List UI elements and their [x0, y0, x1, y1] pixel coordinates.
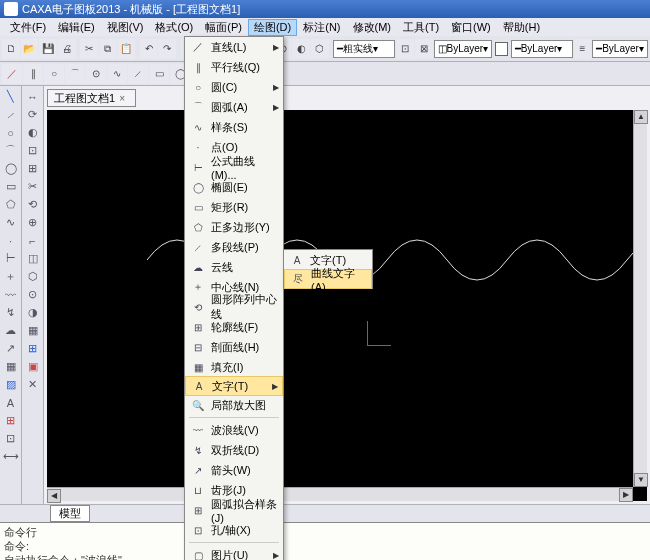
- draw-parallel-icon[interactable]: ∥: [23, 64, 43, 84]
- close-tab-icon[interactable]: ×: [119, 93, 129, 103]
- lt-poly-icon[interactable]: ⬠: [2, 196, 20, 213]
- menu-modify[interactable]: 修改(M): [347, 19, 398, 36]
- undo-icon[interactable]: ↶: [140, 39, 158, 59]
- print-icon[interactable]: 🖨: [58, 39, 76, 59]
- menu-item[interactable]: ☁云线: [185, 257, 283, 277]
- layer-bylayer-1[interactable]: ◫ ByLayer ▾: [434, 40, 493, 58]
- menu-item[interactable]: ⊞轮廓线(F): [185, 317, 283, 337]
- lt-rect-icon[interactable]: ▭: [2, 178, 20, 195]
- lt-break-icon[interactable]: ↯: [2, 304, 20, 321]
- tool-icon-8[interactable]: ⬡: [311, 39, 329, 59]
- redo-icon[interactable]: ↷: [158, 39, 176, 59]
- menu-item[interactable]: A文字(T)▶: [185, 376, 283, 396]
- paste-icon[interactable]: 📋: [117, 39, 135, 59]
- draw-spline-icon[interactable]: ∿: [107, 64, 127, 84]
- menu-item[interactable]: ∥平行线(Q): [185, 57, 283, 77]
- lt2-icon-5[interactable]: ⊞: [24, 160, 42, 177]
- layer-icon-2[interactable]: ⊠: [415, 39, 433, 59]
- lt-dim-icon[interactable]: ⟷: [2, 448, 20, 465]
- scroll-up-icon[interactable]: ▲: [634, 110, 648, 124]
- draw-polyline-icon[interactable]: ⟋: [128, 64, 148, 84]
- menu-help[interactable]: 帮助(H): [497, 19, 546, 36]
- menu-view[interactable]: 视图(V): [101, 19, 150, 36]
- lt2-icon-8[interactable]: ⊕: [24, 214, 42, 231]
- lineweight-icon[interactable]: ≡: [574, 39, 592, 59]
- menu-item[interactable]: ▢图片(U)▶: [185, 545, 283, 560]
- lt2-icon-12[interactable]: ⊙: [24, 286, 42, 303]
- menu-item[interactable]: ⊡孔/轴(X): [185, 520, 283, 540]
- lt-hatch-icon[interactable]: ▦: [2, 358, 20, 375]
- menu-item[interactable]: ⟋多段线(P): [185, 237, 283, 257]
- lt-line-icon[interactable]: ╲: [2, 88, 20, 105]
- menu-item[interactable]: ⬠正多边形(Y): [185, 217, 283, 237]
- lt2-icon-7[interactable]: ⟲: [24, 196, 42, 213]
- menu-item[interactable]: ⟲圆形阵列中心线: [185, 297, 283, 317]
- draw-rect-icon[interactable]: ▭: [149, 64, 169, 84]
- scroll-down-icon[interactable]: ▼: [634, 473, 648, 487]
- color-swatch[interactable]: [495, 42, 507, 56]
- linetype-dropdown[interactable]: ━ 粗实线 ▾: [333, 40, 395, 58]
- horizontal-scrollbar[interactable]: ◀ ▶: [47, 487, 633, 501]
- model-tab[interactable]: 模型: [50, 505, 90, 522]
- lt-cloud-icon[interactable]: ☁: [2, 322, 20, 339]
- lt-arc-icon[interactable]: ⌒: [2, 142, 20, 159]
- lt2-icon-17[interactable]: ✕: [24, 376, 42, 393]
- menu-item[interactable]: ／直线(L)▶: [185, 37, 283, 57]
- lt-point-icon[interactable]: ·: [2, 232, 20, 249]
- copy-icon[interactable]: ⧉: [99, 39, 117, 59]
- lt2-icon-14[interactable]: ▦: [24, 322, 42, 339]
- lt-fill-icon[interactable]: ▨: [2, 376, 20, 393]
- menu-item[interactable]: ∿样条(S): [185, 117, 283, 137]
- submenu-item[interactable]: 尽曲线文字(A): [284, 269, 372, 289]
- lt2-icon-3[interactable]: ◐: [24, 124, 42, 141]
- menu-window[interactable]: 窗口(W): [445, 19, 497, 36]
- menu-draw[interactable]: 绘图(D): [248, 19, 297, 36]
- menu-file[interactable]: 文件(F): [4, 19, 52, 36]
- menu-format[interactable]: 格式(O): [149, 19, 199, 36]
- menu-item[interactable]: ↗箭头(W): [185, 460, 283, 480]
- menu-item[interactable]: ⊟剖面线(H): [185, 337, 283, 357]
- lt2-icon-2[interactable]: ⟳: [24, 106, 42, 123]
- lt-center-icon[interactable]: ＋: [2, 268, 20, 285]
- scroll-right-icon[interactable]: ▶: [619, 488, 633, 502]
- menu-item[interactable]: ⊞圆弧拟合样条(J): [185, 500, 283, 520]
- layer-bylayer-3[interactable]: ━ ByLayer ▾: [592, 40, 648, 58]
- document-tab[interactable]: 工程图文档1 ×: [47, 89, 136, 107]
- lt-icon-2[interactable]: ⟋: [2, 106, 20, 123]
- lt2-icon-13[interactable]: ◑: [24, 304, 42, 321]
- lt-spline-icon[interactable]: ∿: [2, 214, 20, 231]
- menu-item[interactable]: ◯椭圆(E): [185, 177, 283, 197]
- lt2-icon-6[interactable]: ✂: [24, 178, 42, 195]
- cut-icon[interactable]: ✂: [80, 39, 98, 59]
- lt-ellipse-icon[interactable]: ◯: [2, 160, 20, 177]
- menu-item[interactable]: ▦填充(I): [185, 357, 283, 377]
- layer-bylayer-2[interactable]: ━ ByLayer ▾: [511, 40, 573, 58]
- layer-icon-1[interactable]: ⊡: [396, 39, 414, 59]
- lt-wave-icon[interactable]: 〰: [2, 286, 20, 303]
- lt2-icon-9[interactable]: ⌐: [24, 232, 42, 249]
- menu-item[interactable]: ⌒圆弧(A)▶: [185, 97, 283, 117]
- menu-item[interactable]: ⊢公式曲线(M)...: [185, 157, 283, 177]
- menu-item[interactable]: ○圆(C)▶: [185, 77, 283, 97]
- draw-circle-icon[interactable]: ○: [44, 64, 64, 84]
- lt2-icon-15[interactable]: ⊞: [24, 340, 42, 357]
- lt-text-icon[interactable]: A: [2, 394, 20, 411]
- scroll-left-icon[interactable]: ◀: [47, 489, 61, 503]
- lt-block-icon[interactable]: ⊞: [2, 412, 20, 429]
- lt-arrow-icon[interactable]: ↗: [2, 340, 20, 357]
- menu-item[interactable]: ▭矩形(R): [185, 197, 283, 217]
- draw-arc-icon[interactable]: ⌒: [65, 64, 85, 84]
- draw-icon-5[interactable]: ⊙: [86, 64, 106, 84]
- lt2-icon-11[interactable]: ⬡: [24, 268, 42, 285]
- new-file-icon[interactable]: 🗋: [2, 39, 20, 59]
- menu-edit[interactable]: 编辑(E): [52, 19, 101, 36]
- menu-item[interactable]: 〰波浪线(V): [185, 420, 283, 440]
- draw-line-icon[interactable]: ／: [2, 64, 22, 84]
- open-file-icon[interactable]: 📂: [21, 39, 39, 59]
- tool-icon-7[interactable]: ◐: [292, 39, 310, 59]
- lt-lib-icon[interactable]: ⊡: [2, 430, 20, 447]
- drawing-canvas[interactable]: ▲ ▼ ◀ ▶: [47, 110, 647, 501]
- lt-icon-10[interactable]: ⊢: [2, 250, 20, 267]
- menu-frame[interactable]: 幅面(P): [199, 19, 248, 36]
- menu-item[interactable]: ↯双折线(D): [185, 440, 283, 460]
